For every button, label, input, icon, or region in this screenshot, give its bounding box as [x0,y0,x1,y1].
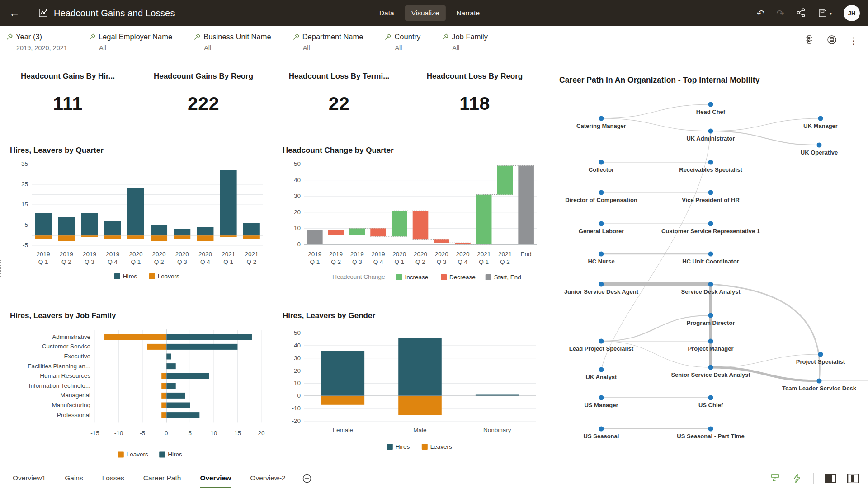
bar-hires[interactable] [166,344,238,350]
canvas-tab-overview1[interactable]: Overview1 [13,468,46,488]
filter-year-3-[interactable]: Year (3)2019, 2020, 2021 [6,33,67,52]
career-path-node[interactable] [599,190,604,195]
canvas-tab-overview-2[interactable]: Overview-2 [250,468,285,488]
kpi-tile[interactable]: Headcount Gains By Reorg222 [136,68,271,114]
waterfall-bar-decrease[interactable] [434,239,449,243]
legend-item[interactable]: Start, End [486,274,521,281]
career-path-node[interactable] [599,221,604,226]
bar-hires[interactable] [166,373,209,379]
bar-leavers[interactable] [161,393,166,399]
waterfall-bar-increase[interactable] [476,195,492,244]
waterfall-bar-decrease[interactable] [413,211,429,239]
career-path-node[interactable] [708,313,713,318]
career-path-node[interactable] [708,395,713,400]
bar-leavers[interactable] [161,403,166,408]
redo-icon[interactable]: ↷ [776,9,784,18]
bar-hires[interactable] [166,393,185,399]
legend-item[interactable]: Hires [114,273,137,280]
brush-refresh-icon[interactable] [770,473,781,484]
career-path-node[interactable] [818,116,823,121]
bar-leavers[interactable] [161,412,166,418]
career-path-node[interactable] [599,160,604,165]
panel-layout-split-icon[interactable] [847,474,859,483]
bar-leavers[interactable] [197,235,214,242]
career-path-node[interactable] [817,143,822,148]
undo-icon[interactable]: ↶ [757,9,765,18]
bar-hires[interactable] [166,334,252,340]
bar-hires[interactable] [127,188,144,235]
legend-item[interactable]: Decrease [441,274,476,281]
bar-leavers[interactable] [151,235,167,242]
bar-hires[interactable] [81,213,98,235]
filter-business-unit-name[interactable]: Business Unit NameAll [194,33,271,52]
career-path-node[interactable] [599,395,604,400]
waterfall-bar-increase[interactable] [392,211,407,236]
bar-hires[interactable] [166,403,190,408]
bar-leavers[interactable] [104,235,121,239]
legend-item[interactable]: Leavers [422,443,452,450]
canvas-tab-gains[interactable]: Gains [65,468,83,488]
bar-leavers[interactable] [321,396,365,405]
share-icon[interactable] [796,8,806,19]
waterfall-bar-end[interactable] [518,166,534,244]
canvas-tab-overview[interactable]: Overview [200,468,231,488]
canvas-tab-losses[interactable]: Losses [102,468,124,488]
waterfall-bar-increase[interactable] [497,166,513,195]
bar-hires[interactable] [166,363,176,369]
filter-job-family[interactable]: Job FamilyAll [442,33,488,52]
panel-layout-right-icon[interactable] [825,474,836,483]
kpi-tile[interactable]: Headcount Gains By Hir...111 [0,68,136,114]
kpi-tile[interactable]: Headcount Loss By Termi...22 [271,68,407,114]
career-path-node[interactable] [708,339,713,344]
data-settings-icon[interactable] [826,34,837,47]
bar-hires[interactable] [220,170,237,235]
bar-hires[interactable] [151,225,167,235]
mode-tab-narrate[interactable]: Narrate [450,5,486,21]
legend-item[interactable]: Hires [159,451,182,458]
filter-department-name[interactable]: Department NameAll [293,33,363,52]
save-button[interactable]: ▾ [818,9,832,18]
career-path-node[interactable] [708,282,713,287]
bar-hires[interactable] [174,229,190,235]
bar-hires[interactable] [166,412,200,418]
career-path-edge[interactable] [711,284,820,381]
career-path-node[interactable] [599,339,604,344]
career-path-edge[interactable] [601,104,711,118]
bar-hires[interactable] [104,221,121,235]
limit-values-icon[interactable] [804,34,815,47]
career-path-node[interactable] [599,116,604,121]
legend-item[interactable]: Hires [387,443,410,450]
legend-item[interactable]: Increase [396,274,429,281]
bar-leavers[interactable] [174,235,190,239]
bar-leavers[interactable] [35,235,52,239]
bar-leavers[interactable] [161,383,166,389]
bar-leavers[interactable] [58,235,75,242]
career-path-node[interactable] [818,352,823,357]
waterfall-bar-decrease[interactable] [370,228,386,236]
bar-leavers[interactable] [161,373,166,379]
career-path-node[interactable] [599,427,604,432]
mode-tab-visualize[interactable]: Visualize [405,5,446,21]
career-path-node[interactable] [708,365,713,370]
bar-hires[interactable] [35,213,52,235]
back-button[interactable]: ← [0,0,29,26]
waterfall-bar-decrease[interactable] [328,230,344,235]
bar-hires[interactable] [58,217,75,235]
bar-leavers[interactable] [127,235,144,239]
avatar[interactable]: JH [844,5,860,21]
save-caret-icon[interactable]: ▾ [830,11,832,16]
add-canvas-icon[interactable] [302,468,312,488]
career-path-node[interactable] [708,221,713,226]
career-path-node[interactable] [708,427,713,432]
mode-tab-data[interactable]: Data [373,5,401,21]
bar-leavers[interactable] [243,235,260,239]
career-path-node[interactable] [708,129,713,134]
auto-apply-icon[interactable] [792,473,802,484]
career-path-node[interactable] [599,252,604,257]
filter-legal-employer-name[interactable]: Legal Employer NameAll [89,33,172,52]
bar-hires[interactable] [398,338,442,396]
kebab-menu-icon[interactable]: ⋮ [849,36,858,45]
bar-hires[interactable] [243,223,260,235]
waterfall-bar-start[interactable] [307,230,323,244]
legend-item[interactable]: Leavers [118,451,148,458]
